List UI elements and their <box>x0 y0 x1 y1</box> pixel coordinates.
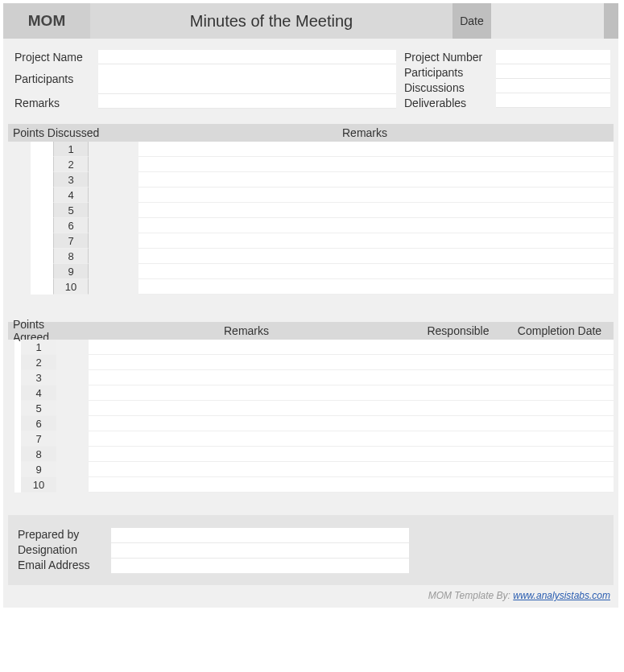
credit-prefix: MOM Template By: <box>428 590 514 601</box>
row-number: 2 <box>21 355 56 370</box>
discussed-remarks-cell[interactable] <box>138 264 614 279</box>
remarks-field[interactable] <box>98 94 396 109</box>
completion-cell[interactable] <box>506 401 614 416</box>
agreed-remarks-cell[interactable] <box>89 385 411 401</box>
completion-cell[interactable] <box>506 416 614 431</box>
discussed-remarks-cell[interactable] <box>138 218 614 233</box>
agreed-remarks-cell[interactable] <box>89 355 411 370</box>
info-right: Project Number Participants Discussions … <box>401 50 610 111</box>
table-row: 3 <box>8 370 614 385</box>
header-bar: MOM Minutes of the Meeting Date <box>3 3 618 39</box>
responsible-cell[interactable] <box>411 355 506 370</box>
credit-line: MOM Template By: www.analysistabs.com <box>3 585 618 604</box>
participants-count-field[interactable] <box>496 64 610 79</box>
project-number-label: Project Number <box>401 50 496 65</box>
completion-cell[interactable] <box>506 462 614 477</box>
row-number: 9 <box>53 264 89 279</box>
points-discussed-col-header: Points Discussed <box>8 124 116 142</box>
table-row: 7 <box>8 431 614 447</box>
discussed-remarks-cell[interactable] <box>138 157 614 172</box>
project-name-field[interactable] <box>98 50 396 64</box>
responsible-cell[interactable] <box>411 416 506 431</box>
points-agreed-body: 12345678910 <box>8 340 614 493</box>
agreed-remarks-cell[interactable] <box>89 431 411 447</box>
header-cap <box>604 3 618 39</box>
responsible-cell[interactable] <box>411 401 506 416</box>
completion-cell[interactable] <box>506 385 614 401</box>
participants-field[interactable] <box>98 64 396 94</box>
agreed-remarks-cell[interactable] <box>89 370 411 385</box>
table-row: 8 <box>8 249 614 264</box>
email-label: Email Address <box>14 559 111 574</box>
row-number: 9 <box>21 462 56 477</box>
deliverables-label: Deliverables <box>401 96 496 111</box>
agreed-remarks-cell[interactable] <box>89 462 411 477</box>
section-spacer <box>3 295 618 314</box>
responsible-cell[interactable] <box>411 462 506 477</box>
agreed-remarks-cell[interactable] <box>89 401 411 416</box>
row-number: 6 <box>53 218 89 233</box>
discussed-remarks-cell[interactable] <box>138 188 614 203</box>
discussed-remarks-cell[interactable] <box>138 233 614 249</box>
table-row: 6 <box>8 218 614 233</box>
row-number: 4 <box>21 385 56 401</box>
responsible-cell[interactable] <box>411 370 506 385</box>
project-number-field[interactable] <box>496 50 610 64</box>
discussed-remarks-cell[interactable] <box>138 203 614 218</box>
points-agreed-section: Points Agreed Remarks Responsible Comple… <box>8 322 614 493</box>
completion-cell[interactable] <box>506 370 614 385</box>
discussed-remarks-cell[interactable] <box>138 142 614 157</box>
remarks-col-header: Remarks <box>116 124 614 142</box>
responsible-cell[interactable] <box>411 385 506 401</box>
responsible-cell[interactable] <box>411 477 506 493</box>
date-input[interactable] <box>491 3 604 39</box>
completion-cell[interactable] <box>506 340 614 355</box>
completion-col-header: Completion Date <box>506 322 614 340</box>
discussions-field[interactable] <box>496 79 610 93</box>
deliverables-field[interactable] <box>496 93 610 108</box>
table-row: 5 <box>8 401 614 416</box>
table-row: 2 <box>8 355 614 370</box>
responsible-cell[interactable] <box>411 447 506 462</box>
responsible-cell[interactable] <box>411 340 506 355</box>
row-number: 10 <box>21 477 56 493</box>
agreed-remarks-cell[interactable] <box>89 340 411 355</box>
designation-field[interactable] <box>111 543 409 559</box>
responsible-cell[interactable] <box>411 431 506 447</box>
completion-cell[interactable] <box>506 477 614 493</box>
info-block: Project Name Participants Remarks Projec… <box>3 39 618 116</box>
row-number: 7 <box>21 431 56 447</box>
row-number: 8 <box>53 249 89 264</box>
completion-cell[interactable] <box>506 447 614 462</box>
agreed-remarks-cell[interactable] <box>89 447 411 462</box>
prepared-by-field[interactable] <box>111 528 409 543</box>
agreed-remarks-cell[interactable] <box>89 416 411 431</box>
row-number: 4 <box>53 188 89 203</box>
completion-cell[interactable] <box>506 431 614 447</box>
table-row: 4 <box>8 188 614 203</box>
info-left: Project Name Participants Remarks <box>11 50 396 111</box>
participants-label: Participants <box>11 65 98 96</box>
row-number: 6 <box>21 416 56 431</box>
row-number: 7 <box>53 233 89 249</box>
discussed-remarks-cell[interactable] <box>138 172 614 188</box>
discussions-label: Discussions <box>401 80 496 96</box>
table-row: 2 <box>8 157 614 172</box>
agreed-remarks-col-header: Remarks <box>82 322 411 340</box>
row-number: 3 <box>53 172 89 188</box>
header-mom-badge: MOM <box>3 3 90 39</box>
project-name-label: Project Name <box>11 50 98 65</box>
points-discussed-header: Points Discussed Remarks <box>8 124 614 142</box>
discussed-remarks-cell[interactable] <box>138 279 614 295</box>
row-number: 8 <box>21 447 56 462</box>
row-number: 3 <box>21 370 56 385</box>
agreed-remarks-cell[interactable] <box>89 477 411 493</box>
credit-link[interactable]: www.analysistabs.com <box>513 590 610 601</box>
email-field[interactable] <box>111 559 409 574</box>
table-row: 7 <box>8 233 614 249</box>
table-row: 9 <box>8 462 614 477</box>
points-agreed-col-header: Points Agreed <box>8 322 82 340</box>
points-discussed-section: Points Discussed Remarks 12345678910 <box>8 124 614 295</box>
completion-cell[interactable] <box>506 355 614 370</box>
discussed-remarks-cell[interactable] <box>138 249 614 264</box>
